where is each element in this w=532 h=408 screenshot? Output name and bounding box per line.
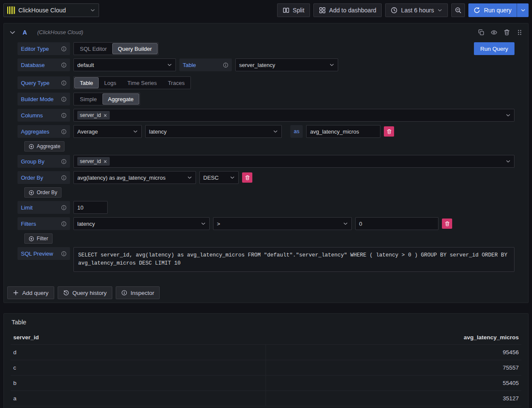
database-value: default bbox=[77, 62, 94, 68]
add-to-dashboard-button[interactable]: Add to dashboard bbox=[313, 3, 382, 17]
filters-label-text: Filters bbox=[21, 221, 36, 227]
columns-tag-text: server_id bbox=[80, 112, 101, 118]
aggregates-info-icon[interactable] bbox=[61, 129, 67, 134]
remove-tag-icon[interactable] bbox=[103, 160, 107, 163]
query-history-button[interactable]: Query history bbox=[58, 286, 112, 299]
database-info-icon[interactable] bbox=[61, 62, 67, 68]
query-type-option-time-series[interactable]: Time Series bbox=[122, 78, 162, 88]
aggregate-alias-input[interactable]: avg_latency_micros bbox=[306, 125, 380, 138]
remove-aggregate-button[interactable] bbox=[384, 126, 394, 137]
zoom-out-time-button[interactable] bbox=[451, 3, 465, 17]
builder-mode-info-icon[interactable] bbox=[61, 96, 67, 102]
sql-preview-info-icon[interactable] bbox=[61, 251, 67, 256]
info-circle-icon bbox=[121, 290, 127, 296]
query-builder-body: Editor Type SQL Editor Query Builder Run… bbox=[4, 41, 528, 272]
run-query-interval-dropdown[interactable] bbox=[517, 3, 529, 17]
query-type-info-icon[interactable] bbox=[61, 80, 67, 86]
filter-operator-select[interactable]: > bbox=[213, 217, 352, 230]
group-by-multiselect[interactable]: server_id bbox=[73, 155, 514, 168]
database-table-row: Database default Table server_latency bbox=[18, 58, 514, 71]
query-type-row: Query Type Table Logs Time Series Traces bbox=[18, 76, 514, 89]
add-order-by-button[interactable]: Order By bbox=[24, 187, 61, 198]
editor-type-label-text: Editor Type bbox=[21, 46, 49, 52]
builder-mode-row: Builder Mode Simple Aggregate bbox=[18, 93, 514, 105]
cell-server-id: d bbox=[11, 345, 266, 360]
filter-column-select[interactable]: latency bbox=[73, 217, 210, 230]
columns-info-icon[interactable] bbox=[61, 113, 67, 118]
editor-type-option-sql-editor[interactable]: SQL Editor bbox=[75, 44, 112, 54]
limit-info-icon[interactable] bbox=[61, 205, 67, 210]
chevron-down-icon bbox=[506, 159, 511, 164]
chevron-down-icon bbox=[329, 62, 334, 67]
datasource-picker[interactable]: ClickHouse Cloud bbox=[3, 3, 99, 17]
limit-label: Limit bbox=[18, 201, 70, 214]
query-ref-id[interactable]: A bbox=[23, 29, 27, 36]
order-by-direction-value: DESC bbox=[203, 175, 219, 181]
columns-icon bbox=[283, 7, 289, 14]
group-by-info-icon[interactable] bbox=[61, 159, 67, 164]
aggregate-function-select[interactable]: Average bbox=[73, 125, 142, 138]
aggregate-as-label: as bbox=[290, 125, 303, 138]
database-select[interactable]: default bbox=[73, 58, 176, 71]
explore-query-footer: Add query Query history Inspector bbox=[4, 275, 528, 303]
order-by-field-select[interactable]: avg(latency) as avg_latency_micros bbox=[73, 171, 196, 184]
remove-order-by-button[interactable] bbox=[242, 172, 252, 183]
remove-query-button[interactable] bbox=[503, 29, 510, 36]
duplicate-query-button[interactable] bbox=[478, 29, 485, 36]
group-by-label: Group By bbox=[18, 155, 70, 168]
query-row-header: A (ClickHouse Cloud) bbox=[4, 23, 528, 41]
run-query-inline-button[interactable]: Run Query bbox=[474, 42, 514, 55]
query-type-option-table[interactable]: Table bbox=[75, 78, 98, 88]
query-type-option-traces[interactable]: Traces bbox=[163, 78, 190, 88]
clickhouse-logo-icon bbox=[7, 6, 15, 14]
order-by-direction-select[interactable]: DESC bbox=[199, 171, 239, 184]
query-type-option-logs[interactable]: Logs bbox=[99, 78, 121, 88]
builder-mode-option-simple[interactable]: Simple bbox=[75, 94, 102, 104]
collapse-query-row-button[interactable] bbox=[9, 29, 16, 36]
split-button[interactable]: Split bbox=[277, 3, 310, 17]
builder-mode-option-aggregate[interactable]: Aggregate bbox=[103, 94, 139, 104]
inspector-button[interactable]: Inspector bbox=[116, 286, 160, 299]
run-query-button[interactable]: Run query bbox=[468, 3, 517, 17]
add-filter-row: Filter bbox=[18, 233, 514, 244]
table-row: c 75557 bbox=[11, 360, 521, 376]
limit-label-text: Limit bbox=[21, 204, 32, 211]
sql-preview-text: SELECT server_id, avg(latency) as avg_la… bbox=[73, 247, 514, 272]
builder-mode-label: Builder Mode bbox=[18, 93, 70, 105]
editor-type-option-query-builder[interactable]: Query Builder bbox=[113, 44, 157, 54]
editor-type-info-icon[interactable] bbox=[61, 46, 67, 52]
aggregates-row: Aggregates Average latency as avg_latenc… bbox=[18, 125, 514, 138]
cell-avg-latency: 35127 bbox=[266, 391, 521, 406]
columns-multiselect[interactable]: server_id bbox=[73, 109, 514, 122]
builder-mode-toggle: Simple Aggregate bbox=[73, 93, 140, 105]
group-by-selected-tag: server_id bbox=[77, 157, 110, 166]
add-aggregate-button[interactable]: Aggregate bbox=[24, 141, 64, 152]
table-select[interactable]: server_latency bbox=[235, 58, 338, 71]
time-range-picker[interactable]: Last 6 hours bbox=[385, 3, 448, 17]
limit-input[interactable]: 10 bbox=[73, 201, 108, 214]
sql-preview-row: SQL Preview SELECT server_id, avg(latenc… bbox=[18, 247, 514, 272]
add-order-by-row: Order By bbox=[18, 187, 514, 198]
disable-query-button[interactable] bbox=[491, 29, 497, 36]
zoom-out-icon bbox=[455, 7, 462, 14]
filter-column-value: latency bbox=[77, 221, 95, 227]
add-query-button[interactable]: Add query bbox=[7, 286, 54, 299]
remove-tag-icon[interactable] bbox=[103, 114, 107, 117]
add-to-dashboard-label: Add to dashboard bbox=[329, 7, 377, 14]
add-filter-button[interactable]: Filter bbox=[24, 233, 53, 244]
filter-value-input[interactable]: 0 bbox=[355, 217, 438, 230]
table-header-avg-latency-micros[interactable]: avg_latency_micros bbox=[266, 334, 521, 341]
cell-server-id: b bbox=[11, 376, 266, 391]
plus-circle-icon bbox=[29, 144, 34, 149]
order-by-row: Order By avg(latency) as avg_latency_mic… bbox=[18, 171, 514, 184]
order-by-info-icon[interactable] bbox=[61, 175, 67, 181]
aggregate-column-select[interactable]: latency bbox=[145, 125, 282, 138]
remove-filter-button[interactable] bbox=[442, 219, 452, 229]
query-row-actions bbox=[478, 29, 523, 36]
aggregates-label: Aggregates bbox=[18, 125, 70, 138]
sql-preview-label-text: SQL Preview bbox=[21, 251, 53, 257]
table-header-server-id[interactable]: server_id bbox=[11, 334, 266, 341]
filters-info-icon[interactable] bbox=[61, 221, 67, 227]
drag-query-handle[interactable] bbox=[516, 29, 523, 36]
table-info-icon[interactable] bbox=[223, 62, 228, 68]
